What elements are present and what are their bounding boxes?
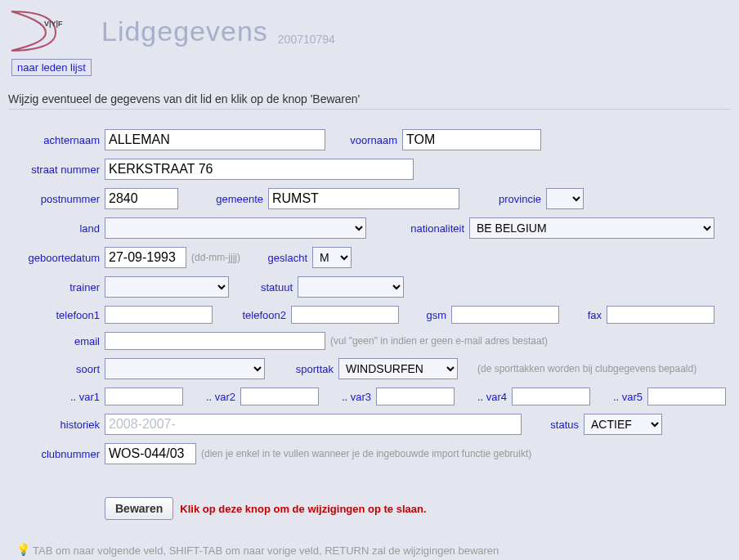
- gemeente-input[interactable]: [268, 188, 459, 209]
- geboortedatum-input[interactable]: [105, 247, 186, 268]
- var3-label[interactable]: .. var3: [334, 391, 376, 403]
- gsm-input[interactable]: [451, 306, 559, 324]
- var3-input[interactable]: [376, 388, 455, 405]
- clubnummer-input[interactable]: [105, 443, 196, 464]
- postnummer-label: postnummer: [8, 193, 105, 205]
- svg-text:V|Y|F: V|Y|F: [44, 20, 63, 28]
- member-id: 200710794: [278, 33, 335, 54]
- gsm-label: gsm: [414, 309, 451, 321]
- historiek-input: [105, 414, 522, 435]
- achternaam-input[interactable]: [105, 129, 325, 150]
- email-hint: (vul "geen" in indien er geen e-mail adr…: [325, 335, 548, 347]
- straat-label: straat nummer: [8, 164, 105, 176]
- email-label: email: [8, 335, 105, 347]
- telefoon1-input[interactable]: [105, 306, 213, 324]
- var4-label[interactable]: .. var4: [469, 391, 512, 403]
- geboortedatum-label: geboortedatum: [8, 252, 105, 264]
- email-input[interactable]: [105, 332, 325, 350]
- voornaam-label: voornaam: [340, 134, 402, 146]
- save-hint: Klik op deze knop om de wijzigingen op t…: [173, 503, 426, 515]
- var1-label[interactable]: .. var1: [8, 391, 105, 403]
- straat-input[interactable]: [105, 159, 414, 180]
- nationaliteit-select[interactable]: BE BELGIUM: [469, 217, 714, 239]
- land-label: land: [8, 222, 105, 235]
- divider: [8, 109, 731, 110]
- provincie-select[interactable]: [546, 188, 584, 209]
- sporttak-select[interactable]: WINDSURFEN: [338, 358, 458, 379]
- provincie-label: provincie: [484, 193, 546, 205]
- status-label: status: [536, 419, 584, 431]
- lightbulb-icon: 💡: [16, 543, 30, 556]
- sporttak-label: sporttak: [280, 363, 338, 375]
- trainer-label: trainer: [8, 281, 105, 293]
- tip-1: TAB om naar volgende veld, SHIFT-TAB om …: [8, 543, 731, 560]
- save-button[interactable]: Bewaren: [105, 497, 173, 520]
- soort-select[interactable]: [105, 358, 265, 379]
- date-format-hint: (dd-mm-jjjj): [186, 252, 240, 263]
- gemeente-label: gemeente: [203, 193, 268, 205]
- logo: V|Y|F: [8, 8, 82, 54]
- clubnummer-label: clubnummer: [8, 448, 105, 460]
- telefoon1-label: telefoon1: [8, 309, 105, 321]
- voornaam-input[interactable]: [402, 129, 541, 150]
- var4-input[interactable]: [512, 388, 590, 405]
- var1-input[interactable]: [105, 388, 183, 405]
- geslacht-label: geslacht: [255, 252, 312, 264]
- var2-input[interactable]: [240, 388, 319, 405]
- var2-label[interactable]: .. var2: [198, 391, 240, 403]
- land-select[interactable]: [105, 217, 366, 239]
- trainer-select[interactable]: [105, 276, 229, 298]
- soort-label: soort: [8, 363, 105, 375]
- statuut-label: statuut: [244, 281, 298, 293]
- historiek-label: historiek: [8, 419, 105, 431]
- fax-input[interactable]: [607, 306, 714, 324]
- var5-label[interactable]: .. var5: [605, 391, 647, 403]
- sporttak-hint: (de sporttakken worden bij clubgegevens …: [473, 363, 696, 374]
- statuut-select[interactable]: [298, 276, 404, 298]
- nationaliteit-label: nationaliteit: [391, 222, 469, 235]
- postnummer-input[interactable]: [105, 188, 178, 209]
- telefoon2-label: telefoon2: [227, 309, 291, 321]
- achternaam-label: achternaam: [8, 134, 105, 146]
- var5-input[interactable]: [647, 388, 726, 405]
- fax-label: fax: [574, 309, 607, 321]
- geslacht-select[interactable]: M: [312, 247, 352, 268]
- instruction-text: Wijzig eventueel de gegevens van dit lid…: [8, 92, 731, 105]
- telefoon2-input[interactable]: [291, 306, 399, 324]
- clubnummer-hint: (dien je enkel in te vullen wanneer je d…: [196, 448, 531, 459]
- page-title: Lidgegevens: [101, 16, 268, 47]
- status-select[interactable]: ACTIEF: [584, 414, 662, 435]
- back-to-list-link[interactable]: naar leden lijst: [11, 59, 92, 76]
